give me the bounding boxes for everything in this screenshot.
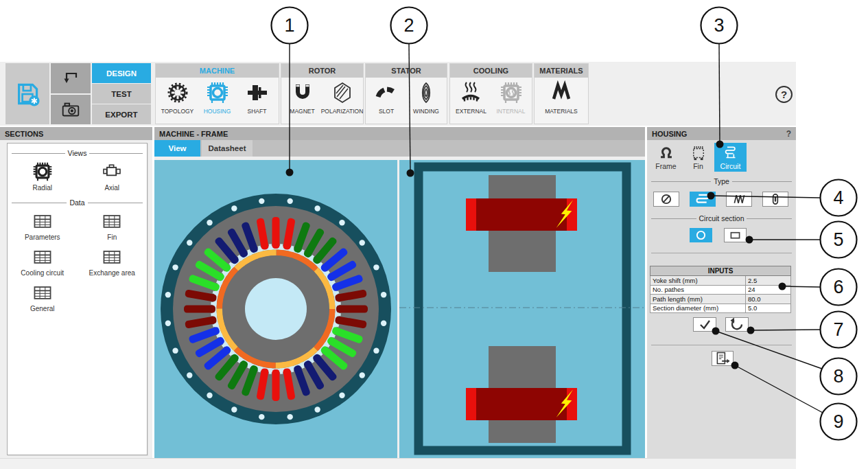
polarization-icon	[330, 80, 355, 105]
callout-9: 9	[821, 404, 857, 440]
tab-view[interactable]: View	[154, 140, 200, 157]
type-axial-duct-button[interactable]	[762, 192, 788, 207]
internal-cooling-icon	[499, 80, 524, 105]
ribbon-item-topology[interactable]: TOPOLOGY	[158, 80, 198, 115]
housing-help-button[interactable]: ?	[786, 129, 791, 139]
ribbon-item-polarization[interactable]: POLARIZATION	[322, 80, 362, 115]
ribbon-item-slot[interactable]: SLOT	[366, 80, 406, 115]
save-button[interactable]	[5, 63, 49, 124]
tab-test[interactable]: TEST	[92, 84, 151, 104]
undo-button[interactable]	[51, 63, 91, 93]
ribbon-item-housing[interactable]: HOUSING	[198, 80, 237, 115]
section-circle-button[interactable]	[690, 228, 712, 242]
housing-tab-frame[interactable]: Frame	[650, 143, 682, 172]
ribbon-item-polarization-label: POLARIZATION	[321, 108, 364, 115]
export-report-button[interactable]	[712, 351, 734, 366]
ribbon-item-winding[interactable]: WINDING	[406, 80, 446, 115]
ribbon-group-machine: MACHINE TOPOLOGY	[155, 63, 279, 124]
fin-icon	[690, 144, 707, 162]
svg-text:3: 3	[714, 15, 724, 36]
section-data-fin[interactable]: Fin	[99, 207, 124, 241]
fin-label: Fin	[107, 233, 117, 241]
apply-button[interactable]	[693, 317, 716, 332]
section-data-parameters[interactable]: Parameters	[25, 207, 60, 241]
ribbon-item-slot-label: SLOT	[379, 108, 394, 115]
radial-view-label: Radial	[33, 184, 52, 192]
help-button[interactable]: ?	[775, 86, 793, 103]
table-row: Yoke shift (mm) 2.5	[650, 276, 791, 286]
view-tabstrip: View Datasheet	[154, 140, 645, 157]
parameters-label: Parameters	[25, 233, 60, 241]
sections-panel: SECTIONS Views Radial Axial	[0, 127, 152, 458]
callout-2: 2	[391, 8, 427, 44]
axial-duct-icon	[763, 192, 788, 207]
section-diameter-value[interactable]: 5.0	[746, 304, 791, 313]
help-label: ?	[781, 89, 787, 100]
path-length-value[interactable]: 80.0	[746, 295, 791, 304]
type-wavy-button[interactable]	[726, 192, 752, 207]
shaft-icon	[245, 80, 270, 105]
general-label: General	[30, 305, 55, 312]
section-data-general[interactable]: General	[30, 278, 55, 312]
radial-view-canvas[interactable]	[154, 160, 397, 458]
callout-3: 3	[701, 8, 738, 44]
inputs-table-title: INPUTS	[650, 266, 791, 276]
winding-icon	[414, 80, 438, 105]
reset-button[interactable]	[725, 317, 749, 332]
table-icon	[99, 246, 124, 268]
undo-arrow-icon	[60, 68, 81, 89]
frame-icon	[657, 144, 675, 162]
ribbon-group-machine-label: MACHINE	[156, 64, 279, 78]
callout-7: 7	[821, 312, 857, 348]
housing-tab-circuit[interactable]: Circuit	[714, 143, 747, 172]
housing-tabs: Frame Fin Circuit	[650, 143, 747, 172]
table-icon	[30, 210, 55, 232]
input-label: Yoke shift (mm)	[650, 276, 746, 286]
ribbon-item-materials[interactable]: MATERIALS	[541, 80, 581, 115]
section-data-cooling-circuit[interactable]: Cooling circuit	[21, 242, 64, 277]
no-circuit-icon	[654, 192, 679, 207]
type-serpentine-button[interactable]	[690, 192, 716, 207]
external-cooling-icon	[459, 80, 484, 105]
no-pathes-value[interactable]: 24	[746, 285, 791, 295]
table-row: No. pathes 24	[650, 285, 791, 295]
section-view-axial[interactable]: Axial	[99, 157, 124, 192]
screenshot-button[interactable]	[51, 95, 91, 124]
table-icon	[99, 210, 124, 232]
circuit-section-divider: Circuit section	[651, 214, 792, 222]
separator	[651, 345, 792, 345]
ribbon-item-housing-label: HOUSING	[204, 108, 231, 115]
separator	[651, 253, 792, 253]
housing-panel-title: HOUSING	[652, 130, 687, 138]
axial-view-icon	[99, 161, 124, 183]
magnet-icon	[290, 80, 315, 105]
ribbon-group-stator: STATOR SLOT WINDING	[365, 63, 447, 124]
axial-view-canvas[interactable]	[399, 160, 645, 458]
tab-export[interactable]: EXPORT	[92, 104, 151, 124]
axial-view-label: Axial	[104, 184, 119, 192]
ribbon-group-cooling: COOLING EXTERNAL INTERNAL	[449, 63, 532, 124]
ribbon-item-magnet[interactable]: MAGNET	[283, 80, 322, 115]
radial-view-icon	[30, 161, 55, 183]
sections-box: Views Radial Axial Data	[7, 143, 148, 455]
ribbon-item-external-cooling[interactable]: EXTERNAL	[451, 80, 491, 115]
main-view-panel: MACHINE - FRAME View Datasheet	[154, 127, 645, 458]
ribbon-item-shaft[interactable]: SHAFT	[237, 80, 277, 115]
section-square-button[interactable]	[724, 228, 747, 242]
ribbon-item-shaft-label: SHAFT	[248, 108, 267, 115]
ribbon-item-magnet-label: MAGNET	[290, 108, 314, 115]
ribbon-group-cooling-label: COOLING	[450, 64, 532, 78]
main-panel-title: MACHINE - FRAME	[154, 127, 645, 140]
tab-design[interactable]: DESIGN	[92, 63, 151, 83]
circuit-tab-label: Circuit	[720, 162, 741, 170]
section-data-exchange-area[interactable]: Exchange area	[89, 242, 135, 277]
yoke-shift-value[interactable]: 2.5	[746, 276, 791, 286]
section-view-radial[interactable]: Radial	[30, 157, 55, 192]
sections-panel-title: SECTIONS	[0, 127, 152, 140]
ribbon-group-stator-label: STATOR	[366, 64, 447, 78]
type-none-button[interactable]	[653, 192, 679, 207]
tab-datasheet[interactable]: Datasheet	[202, 140, 253, 157]
housing-tab-fin[interactable]: Fin	[682, 143, 714, 172]
table-icon	[30, 246, 55, 268]
housing-panel: HOUSING ? Frame Fin Circuit Typ	[647, 127, 796, 458]
